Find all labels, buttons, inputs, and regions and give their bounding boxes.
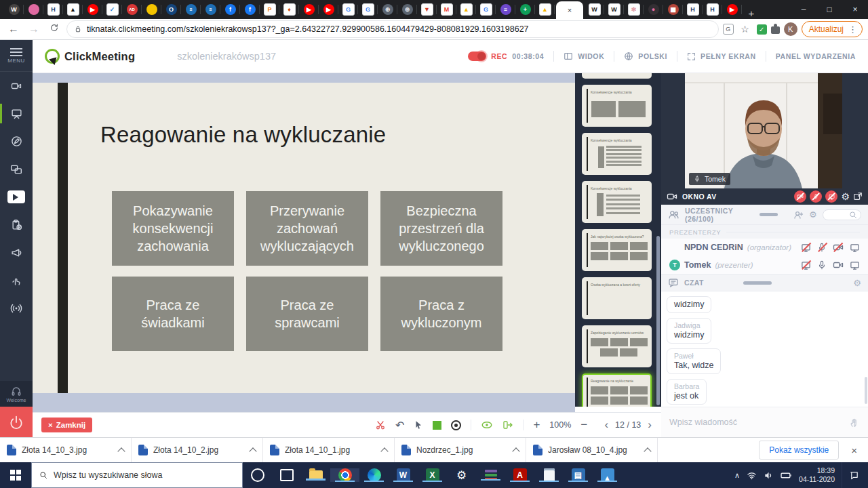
mic-off-icon[interactable] bbox=[817, 242, 827, 253]
tab-facebook[interactable]: f bbox=[240, 0, 260, 19]
tab-globe-app[interactable]: ⊕ bbox=[378, 0, 397, 19]
taskbar-app-cortana[interactable] bbox=[243, 468, 272, 482]
download-item[interactable]: Nozdrzec_1.jpg bbox=[395, 438, 526, 462]
language-menu[interactable]: POLSKI bbox=[624, 52, 667, 61]
mic-on-icon[interactable] bbox=[817, 260, 827, 270]
sidebar-item-survey[interactable] bbox=[0, 211, 33, 239]
taskbar-search-input[interactable]: Wpisz tu wyszukiwane słowa bbox=[31, 462, 243, 488]
tab-google[interactable]: G bbox=[358, 0, 378, 19]
participants-header[interactable]: UCZESTNICY (26/100) ⚙ bbox=[661, 205, 868, 225]
close-icon[interactable]: × bbox=[568, 6, 572, 14]
download-item[interactable]: Jarosław 08_10_4.jpg bbox=[526, 438, 658, 462]
taskbar-app-photos[interactable]: ▲ bbox=[593, 468, 622, 482]
download-item[interactable]: Złota 14_10_2.jpg bbox=[132, 438, 263, 462]
slide-thumbnail[interactable]: Konsekwencje wykluczania bbox=[582, 133, 652, 175]
monitor-icon[interactable] bbox=[850, 242, 860, 253]
chat-header[interactable]: CZAT ⚙ bbox=[661, 274, 868, 291]
chevron-up-icon[interactable] bbox=[117, 447, 125, 455]
chat-scrollbar[interactable] bbox=[865, 377, 867, 404]
maximize-button[interactable]: □ bbox=[816, 0, 842, 19]
taskbar-app-edge[interactable] bbox=[359, 468, 389, 482]
tab-facebook[interactable]: f bbox=[220, 0, 240, 19]
profile-avatar[interactable]: K bbox=[784, 22, 797, 36]
tab-google[interactable]: G bbox=[476, 0, 496, 19]
update-browser-button[interactable]: Aktualizuj⋮ bbox=[802, 21, 863, 37]
zoom-out-button[interactable]: − bbox=[580, 418, 587, 432]
tab-ring-app[interactable]: O bbox=[161, 0, 181, 19]
taskbar-clock[interactable]: 18:39 04-11-2020 bbox=[799, 466, 835, 484]
view-menu[interactable]: WIDOK bbox=[564, 52, 604, 61]
taskbar-app-acrobat[interactable]: A bbox=[505, 468, 534, 482]
battery-icon[interactable] bbox=[781, 470, 792, 481]
drag-handle[interactable] bbox=[743, 281, 772, 285]
tab-hyundai[interactable]: H bbox=[703, 0, 722, 19]
chat-input[interactable]: Wpisz wiadomość bbox=[661, 407, 868, 437]
taskbar-app-chrome[interactable] bbox=[330, 468, 359, 482]
tab-flower-app[interactable]: ✻ bbox=[624, 0, 644, 19]
sidebar-item-camera[interactable] bbox=[0, 72, 33, 100]
sidebar-item-megaphone[interactable] bbox=[0, 239, 33, 266]
undo-icon[interactable]: ↶ bbox=[395, 419, 404, 432]
tab-wikipedia[interactable]: W bbox=[585, 0, 604, 19]
recording-toggle[interactable]: REC 00:38:04 bbox=[468, 52, 544, 61]
av-settings-gear-icon[interactable]: ⚙ bbox=[841, 191, 850, 202]
rec-toggle-switch[interactable] bbox=[468, 52, 486, 61]
drag-handle[interactable] bbox=[760, 213, 778, 216]
tab-hyundai[interactable]: H bbox=[683, 0, 703, 19]
tab-list-app[interactable]: ≡ bbox=[496, 0, 515, 19]
taskbar-app-word[interactable]: W bbox=[389, 468, 418, 482]
slide-thumbnail[interactable]: Konsekwencje wykluczania bbox=[582, 181, 652, 223]
tab-check-app[interactable]: ✓ bbox=[102, 0, 122, 19]
tab-google-drive[interactable]: ▲ bbox=[456, 0, 476, 19]
slide[interactable]: Reagowanie na wykluczanie Pokazywanie ko… bbox=[33, 83, 575, 393]
mic-off-button[interactable] bbox=[810, 190, 822, 203]
participants-search-input[interactable] bbox=[823, 209, 861, 220]
forward-icon[interactable]: → bbox=[26, 23, 42, 35]
sidebar-item-screenshare[interactable] bbox=[0, 155, 33, 183]
tab-wikipedia[interactable]: W bbox=[604, 0, 624, 19]
chevron-up-icon[interactable] bbox=[249, 447, 256, 455]
volume-icon[interactable] bbox=[764, 470, 774, 481]
menu-dots-icon[interactable]: ⋮ bbox=[846, 24, 859, 35]
tab-youtube[interactable]: ▶ bbox=[299, 0, 319, 19]
start-button[interactable] bbox=[0, 462, 31, 488]
action-center-icon[interactable] bbox=[842, 462, 865, 488]
tab-yellow-app[interactable] bbox=[142, 0, 161, 19]
wifi-icon[interactable] bbox=[747, 470, 757, 481]
taskbar-app-winrar[interactable] bbox=[476, 470, 505, 481]
bookmark-star-icon[interactable]: ☆ bbox=[738, 24, 753, 35]
sidebar-item-click[interactable] bbox=[0, 266, 33, 294]
webcam-video[interactable]: Tomek bbox=[661, 73, 868, 188]
prev-slide-button[interactable]: ‹ bbox=[604, 418, 608, 432]
cursor-tool-icon[interactable] bbox=[414, 420, 423, 430]
raise-hand-icon[interactable] bbox=[850, 418, 860, 428]
extension-check-icon[interactable]: ✓ bbox=[757, 24, 767, 35]
tab-google-sheets[interactable]: + bbox=[515, 0, 535, 19]
chat-messages[interactable]: widzimyJadwigawidzimyPawełTak, widzeBarb… bbox=[661, 291, 868, 407]
extensions-puzzle-icon[interactable] bbox=[771, 26, 780, 34]
participants-gear-icon[interactable]: ⚙ bbox=[809, 209, 817, 220]
close-presentation-button[interactable]: ×Zamknij bbox=[41, 418, 92, 432]
tab-wordpress[interactable]: W bbox=[4, 0, 24, 19]
reload-icon[interactable] bbox=[46, 23, 62, 35]
add-person-icon[interactable] bbox=[793, 209, 804, 220]
end-session-button[interactable] bbox=[0, 407, 33, 437]
tab-paypal-app[interactable]: P bbox=[260, 0, 279, 19]
tab-pink-app[interactable] bbox=[24, 0, 43, 19]
screen-off-button[interactable] bbox=[825, 190, 837, 203]
back-icon[interactable]: ← bbox=[5, 23, 22, 35]
camera-off-button[interactable] bbox=[794, 190, 806, 203]
chevron-up-icon[interactable] bbox=[644, 447, 651, 455]
next-slide-button[interactable]: › bbox=[648, 418, 652, 432]
pointer-dot-icon[interactable] bbox=[451, 420, 461, 430]
presenter-row[interactable]: TTomek(prezenter) bbox=[661, 256, 868, 274]
taskbar-app-notepad[interactable] bbox=[534, 468, 564, 482]
event-panel-button[interactable]: PANEL WYDARZENIA bbox=[776, 52, 856, 60]
show-all-downloads-button[interactable]: Pokaż wszystkie bbox=[759, 441, 839, 460]
tab-ad-app[interactable]: AD bbox=[122, 0, 142, 19]
minimize-button[interactable]: – bbox=[791, 0, 816, 19]
sidebar-item-whiteboard[interactable] bbox=[0, 100, 33, 127]
tab-sop-app[interactable]: S bbox=[181, 0, 201, 19]
address-bar[interactable]: tiknatak.clickmeeting.com/szkoleniekrako… bbox=[66, 20, 719, 38]
tab-dark-pink-app[interactable]: ● bbox=[644, 0, 663, 19]
